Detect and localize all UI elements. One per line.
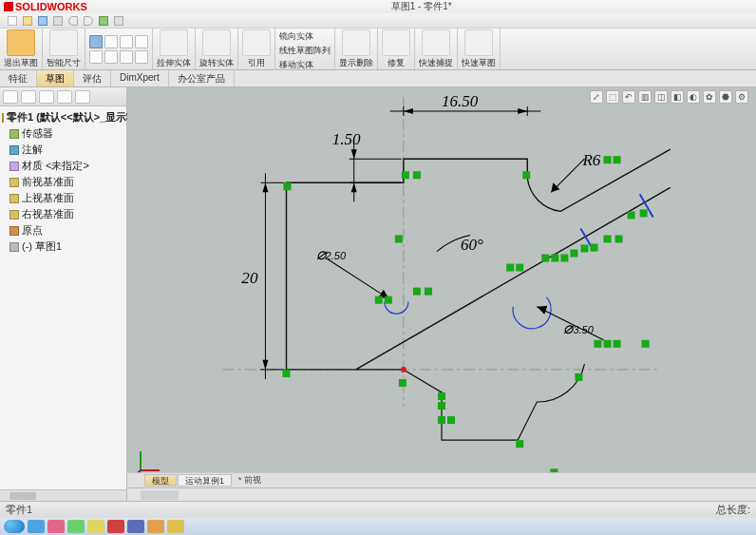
zoom-fit-icon[interactable]: ⤢	[590, 90, 603, 104]
tree-annotations[interactable]: 注解	[2, 142, 124, 158]
svg-rect-47	[615, 235, 623, 242]
taskbar-app-5[interactable]	[107, 520, 124, 533]
patterns-group[interactable]: 镜向实体 线性草图阵列 移动实体	[275, 29, 335, 69]
taskbar-app-3[interactable]	[67, 520, 85, 533]
tree-sketch1[interactable]: (-) 草图1	[2, 239, 124, 255]
panel-scrollbar[interactable]	[0, 489, 126, 501]
display-tab-icon[interactable]	[75, 90, 90, 104]
plane-icon	[9, 210, 19, 220]
reference-icon[interactable]	[242, 29, 271, 56]
new-icon[interactable]	[8, 16, 17, 26]
graphics-area[interactable]: ⤢ ⬚ ↶ ▥ ◫ ◧ ◐ ✿ ⬣ ⚙	[127, 87, 756, 501]
print-icon[interactable]	[53, 16, 63, 26]
tree-material[interactable]: 材质 <未指定>	[2, 158, 124, 174]
ribbon: 退出草图 智能尺寸 拉伸实体 旋转实体 引用 镜向实体 线性草图阵列 移动实体 …	[0, 29, 756, 70]
smart-dimension-group[interactable]: 智能尺寸	[43, 29, 85, 69]
exit-sketch-icon[interactable]	[7, 29, 35, 56]
display-style-icon[interactable]: ◧	[671, 90, 684, 104]
svg-rect-50	[594, 340, 601, 348]
tree-right-plane[interactable]: 右视基准面	[2, 206, 124, 222]
start-button[interactable]	[4, 520, 25, 533]
repair-group[interactable]: 修复	[378, 29, 415, 69]
dimxpert-tab-icon[interactable]	[57, 90, 72, 104]
svg-rect-56	[438, 392, 445, 400]
tab-evaluate[interactable]: 评估	[74, 70, 111, 86]
extrude-icon[interactable]	[160, 29, 188, 56]
tab-features[interactable]: 特征	[0, 70, 37, 86]
tab-sketch[interactable]: 草图	[37, 70, 74, 86]
taskbar-app-4[interactable]	[87, 520, 104, 533]
reference-group[interactable]: 引用	[238, 29, 275, 69]
ellipse-tool-icon[interactable]	[120, 50, 133, 64]
tree-sensors[interactable]: 传感器	[2, 125, 124, 142]
fillet-tool-icon[interactable]	[135, 50, 148, 64]
repair-icon[interactable]	[382, 29, 410, 56]
status-bar: 零件1 总长度:	[0, 501, 756, 518]
svg-marker-22	[551, 182, 559, 192]
dim-r6: R6	[581, 151, 600, 169]
redo-icon[interactable]	[84, 16, 93, 26]
exit-sketch-group[interactable]: 退出草图	[0, 29, 43, 69]
smart-dimension-icon[interactable]	[49, 29, 78, 56]
rapid-sketch-icon[interactable]	[464, 29, 493, 56]
taskbar-app-8[interactable]	[167, 520, 184, 533]
taskbar-app-2[interactable]	[47, 520, 65, 533]
quick-snaps-icon[interactable]	[422, 29, 450, 56]
extrude-group[interactable]: 拉伸实体	[153, 29, 196, 69]
prev-view-icon[interactable]: ↶	[622, 90, 635, 104]
canvas-scrollbar[interactable]	[127, 487, 756, 501]
display-delete-icon[interactable]	[342, 29, 370, 56]
rapid-sketch-label: 快速草图	[462, 57, 496, 69]
open-icon[interactable]	[23, 16, 32, 26]
spline-tool-icon[interactable]	[104, 50, 118, 64]
arc-tool-icon[interactable]	[135, 35, 148, 48]
sketch-tools-group[interactable]	[85, 29, 153, 69]
linear-pattern-label[interactable]: 线性草图阵列	[279, 44, 331, 58]
undo-icon[interactable]	[68, 16, 78, 26]
hide-show-icon[interactable]: ◐	[687, 90, 700, 104]
mirror-label[interactable]: 镜向实体	[279, 29, 313, 44]
save-icon[interactable]	[38, 16, 47, 26]
tree-root[interactable]: 零件1 (默认<<默认>_显示状态	[2, 109, 124, 125]
tab-dimxpert[interactable]: DimXpert	[111, 70, 169, 86]
view-label: * 前视	[238, 474, 261, 487]
rebuild-icon[interactable]	[99, 16, 108, 26]
revolve-icon[interactable]	[202, 29, 231, 56]
edit-scene-icon[interactable]: ✿	[703, 90, 716, 104]
fm-tree-tab-icon[interactable]	[3, 90, 18, 104]
line-tool-icon[interactable]	[89, 35, 103, 48]
rapid-group[interactable]: 快速草图	[458, 29, 501, 69]
svg-marker-26	[537, 306, 547, 315]
snaps-group[interactable]: 快速捕捉	[415, 29, 458, 69]
zoom-area-icon[interactable]: ⬚	[606, 90, 619, 104]
tree-origin[interactable]: 原点	[2, 222, 124, 239]
svg-marker-15	[351, 182, 357, 192]
view-settings-icon[interactable]: ⚙	[735, 90, 748, 104]
revolve-group[interactable]: 旋转实体	[196, 29, 238, 69]
view-orient-icon[interactable]: ◫	[654, 90, 668, 104]
sketch-entities-grid[interactable]	[89, 35, 148, 64]
tree-front-plane[interactable]: 前视基准面	[2, 174, 124, 190]
apply-scene-icon[interactable]: ⬣	[719, 90, 732, 104]
taskbar-app-1[interactable]	[28, 520, 45, 533]
svg-rect-57	[438, 402, 445, 410]
options-icon[interactable]	[114, 16, 123, 26]
tree-top-plane[interactable]: 上视基准面	[2, 190, 124, 206]
circle-tool-icon[interactable]	[120, 35, 133, 48]
tab-model[interactable]: 模型	[144, 474, 177, 487]
section-view-icon[interactable]: ▥	[638, 90, 652, 104]
move-label[interactable]: 移动实体	[279, 58, 313, 72]
config-tab-icon[interactable]	[39, 90, 54, 104]
display-group[interactable]: 显示删除	[335, 29, 378, 69]
polygon-tool-icon[interactable]	[89, 50, 103, 64]
taskbar-app-7[interactable]	[147, 520, 164, 533]
title-bar: SOLIDWORKS 草图1 - 零件1*	[0, 0, 756, 13]
tab-motion-study[interactable]: 运动算例1	[178, 474, 232, 487]
tab-office[interactable]: 办公室产品	[169, 70, 235, 86]
panel-tab-strip	[0, 87, 126, 106]
taskbar-app-6[interactable]	[127, 520, 144, 533]
property-tab-icon[interactable]	[21, 90, 36, 104]
motion-tab-bar: 模型 运动算例1 * 前视	[127, 472, 756, 487]
rect-tool-icon[interactable]	[104, 35, 118, 48]
part-icon	[2, 113, 4, 123]
